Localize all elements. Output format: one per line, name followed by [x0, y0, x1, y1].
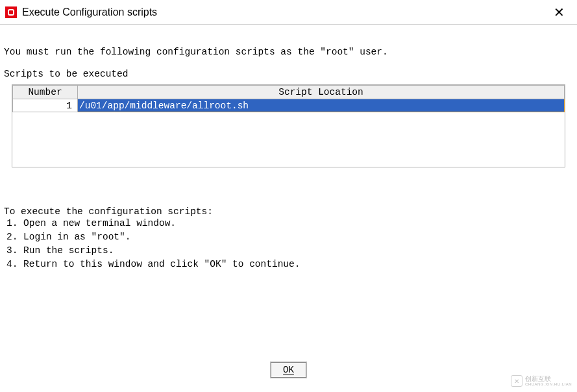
dialog-content: You must run the following configuration…	[0, 25, 577, 275]
scripts-table-container: Number Script Location 1 /u01/app/middle…	[12, 84, 565, 167]
instruction-text: You must run the following configuration…	[4, 47, 573, 57]
col-header-number[interactable]: Number	[13, 86, 78, 99]
oracle-icon	[5, 6, 17, 18]
cell-location[interactable]: /u01/app/middleware/allroot.sh	[78, 99, 565, 112]
steps-block: To execute the configuration scripts: 1.…	[4, 206, 573, 271]
watermark-logo-icon: ✕	[511, 375, 522, 387]
col-header-location[interactable]: Script Location	[78, 86, 565, 99]
steps-heading: To execute the configuration scripts:	[4, 206, 573, 217]
watermark-main: 创新互联	[525, 376, 572, 382]
table-row[interactable]: 1 /u01/app/middleware/allroot.sh	[13, 99, 565, 112]
step-3: 3. Run the scripts.	[6, 244, 573, 258]
step-2: 2. Login in as "root".	[6, 230, 573, 244]
watermark-sub: CHUANG.XIN.HU.LIAN	[525, 382, 572, 386]
cell-number: 1	[13, 99, 78, 112]
step-1: 1. Open a new terminal window.	[6, 217, 573, 230]
watermark: ✕ 创新互联 CHUANG.XIN.HU.LIAN	[511, 375, 572, 387]
button-row: OK	[0, 362, 577, 378]
step-4: 4. Return to this window and click "OK" …	[6, 258, 573, 271]
scripts-table: Number Script Location 1 /u01/app/middle…	[12, 85, 565, 112]
titlebar: Execute Configuration scripts ✕	[0, 0, 577, 25]
close-icon[interactable]: ✕	[546, 5, 572, 20]
ok-button[interactable]: OK	[271, 362, 306, 378]
scripts-section-label: Scripts to be executed	[4, 69, 573, 79]
table-header-row: Number Script Location	[13, 86, 565, 99]
window-title: Execute Configuration scripts	[22, 6, 546, 18]
